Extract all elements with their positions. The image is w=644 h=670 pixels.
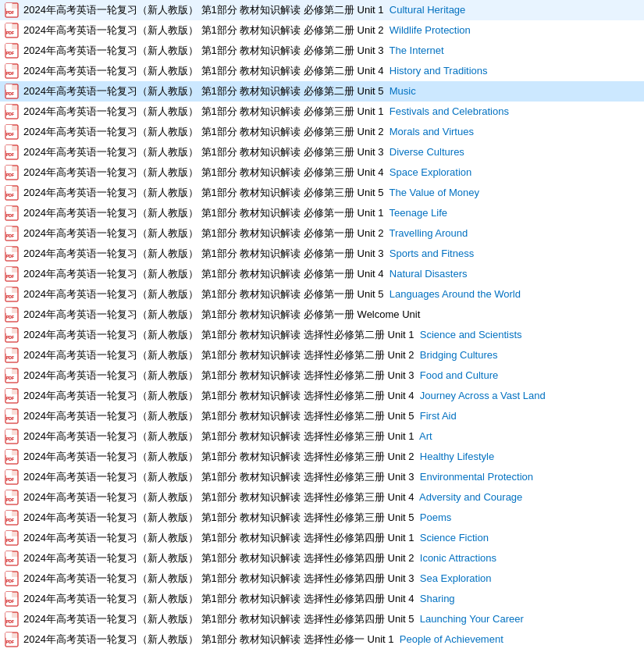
list-item[interactable]: PDF 2024年高考英语一轮复习（新人教版） 第1部分 教材知识解读 选择性必…	[0, 406, 644, 426]
svg-rect-85	[5, 572, 12, 577]
svg-text:PDF: PDF	[6, 640, 14, 644]
svg-rect-94	[5, 633, 12, 638]
item-label: 2024年高考英语一轮复习（新人教版） 第1部分 教材知识解读 选择性必修第四册…	[23, 572, 639, 586]
list-item[interactable]: PDF 2024年高考英语一轮复习（新人教版） 第1部分 教材知识解读 选择性必…	[0, 447, 644, 467]
svg-text:PDF: PDF	[6, 538, 14, 543]
item-label: 2024年高考英语一轮复习（新人教版） 第1部分 教材知识解读 必修第二册 Un…	[23, 23, 639, 37]
item-label: 2024年高考英语一轮复习（新人教版） 第1部分 教材知识解读 选择性必修第二册…	[23, 369, 639, 383]
pdf-icon: PDF	[5, 205, 19, 221]
svg-rect-55	[5, 369, 12, 374]
pdf-icon: PDF	[5, 530, 19, 546]
list-item[interactable]: PDF 2024年高考英语一轮复习（新人教版） 第1部分 教材知识解读 必修第一…	[0, 223, 644, 244]
list-item[interactable]: PDF 2024年高考英语一轮复习（新人教版） 第1部分 教材知识解读 选择性必…	[0, 629, 644, 650]
svg-rect-19	[5, 125, 12, 130]
list-item[interactable]: PDF 2024年高考英语一轮复习（新人教版） 第1部分 教材知识解读 选择性必…	[0, 325, 644, 345]
list-item[interactable]: PDF 2024年高考英语一轮复习（新人教版） 第1部分 教材知识解读 选择性必…	[0, 508, 644, 528]
pdf-icon: PDF	[5, 266, 19, 282]
item-label: 2024年高考英语一轮复习（新人教版） 第1部分 教材知识解读 选择性必修第三册…	[23, 429, 639, 444]
item-label: 2024年高考英语一轮复习（新人教版） 第1部分 教材知识解读 必修第二册 Un…	[23, 44, 639, 58]
pdf-icon: PDF	[5, 429, 19, 444]
item-label: 2024年高考英语一轮复习（新人教版） 第1部分 教材知识解读 选择性必修第四册…	[23, 531, 639, 545]
pdf-icon: PDF	[5, 185, 19, 201]
file-list: PDF 2024年高考英语一轮复习（新人教版） 第1部分 教材知识解读 必修第二…	[0, 0, 644, 650]
item-label: 2024年高考英语一轮复习（新人教版） 第1部分 教材知识解读 选择性必修第三册…	[23, 470, 639, 484]
pdf-icon: PDF	[5, 226, 19, 241]
list-item[interactable]: PDF 2024年高考英语一轮复习（新人教版） 第1部分 教材知识解读 必修第一…	[0, 305, 644, 325]
svg-text:PDF: PDF	[6, 579, 14, 583]
item-label: 2024年高考英语一轮复习（新人教版） 第1部分 教材知识解读 必修第二册 Un…	[23, 64, 639, 78]
svg-text:PDF: PDF	[6, 274, 14, 279]
svg-text:PDF: PDF	[6, 10, 14, 15]
list-item[interactable]: PDF 2024年高考英语一轮复习（新人教版） 第1部分 教材知识解读 必修第一…	[0, 244, 644, 264]
svg-rect-91	[5, 612, 12, 618]
list-item[interactable]: PDF 2024年高考英语一轮复习（新人教版） 第1部分 教材知识解读 选择性必…	[0, 386, 644, 406]
item-label: 2024年高考英语一轮复习（新人教版） 第1部分 教材知识解读 选择性必修第三册…	[23, 490, 639, 504]
list-item[interactable]: PDF 2024年高考英语一轮复习（新人教版） 第1部分 教材知识解读 选择性必…	[0, 487, 644, 508]
svg-text:PDF: PDF	[6, 173, 14, 177]
pdf-icon: PDF	[5, 611, 19, 627]
pdf-icon: PDF	[5, 469, 19, 485]
svg-rect-4	[5, 23, 12, 29]
list-item[interactable]: PDF 2024年高考英语一轮复习（新人教版） 第1部分 教材知识解读 选择性必…	[0, 589, 644, 609]
svg-rect-7	[5, 44, 12, 49]
list-item[interactable]: PDF 2024年高考英语一轮复习（新人教版） 第1部分 教材知识解读 必修第二…	[0, 41, 644, 61]
list-item[interactable]: PDF 2024年高考英语一轮复习（新人教版） 第1部分 教材知识解读 选择性必…	[0, 548, 644, 568]
svg-rect-49	[5, 328, 12, 333]
list-item[interactable]: PDF 2024年高考英语一轮复习（新人教版） 第1部分 教材知识解读 必修第二…	[0, 20, 644, 41]
pdf-icon: PDF	[5, 63, 19, 79]
svg-rect-64	[5, 429, 12, 435]
list-item[interactable]: PDF 2024年高考英语一轮复习（新人教版） 第1部分 教材知识解读 选择性必…	[0, 426, 644, 447]
svg-rect-88	[5, 592, 12, 597]
pdf-icon: PDF	[5, 347, 19, 363]
svg-text:PDF: PDF	[6, 518, 14, 522]
list-item[interactable]: PDF 2024年高考英语一轮复习（新人教版） 第1部分 教材知识解读 选择性必…	[0, 528, 644, 548]
item-label: 2024年高考英语一轮复习（新人教版） 第1部分 教材知识解读 必修第三册 Un…	[23, 145, 639, 159]
item-label: 2024年高考英语一轮复习（新人教版） 第1部分 教材知识解读 必修第三册 Un…	[23, 125, 639, 139]
item-label: 2024年高考英语一轮复习（新人教版） 第1部分 教材知识解读 选择性必修第三册…	[23, 450, 639, 464]
pdf-icon: PDF	[5, 246, 19, 262]
svg-rect-31	[5, 206, 12, 212]
list-item[interactable]: PDF 2024年高考英语一轮复习（新人教版） 第1部分 教材知识解读 必修第三…	[0, 142, 644, 162]
item-label: 2024年高考英语一轮复习（新人教版） 第1部分 教材知识解读 选择性必修第四册…	[23, 592, 639, 606]
pdf-icon: PDF	[5, 124, 19, 140]
svg-rect-34	[5, 226, 12, 232]
svg-rect-37	[5, 247, 12, 252]
list-item[interactable]: PDF 2024年高考英语一轮复习（新人教版） 第1部分 教材知识解读 选择性必…	[0, 609, 644, 629]
list-item[interactable]: PDF 2024年高考英语一轮复习（新人教版） 第1部分 教材知识解读 必修第二…	[0, 81, 644, 102]
list-item[interactable]: PDF 2024年高考英语一轮复习（新人教版） 第1部分 教材知识解读 必修第一…	[0, 203, 644, 223]
svg-text:PDF: PDF	[6, 213, 14, 218]
svg-rect-43	[5, 287, 12, 293]
list-item[interactable]: PDF 2024年高考英语一轮复习（新人教版） 第1部分 教材知识解读 选择性必…	[0, 365, 644, 386]
pdf-icon: PDF	[5, 327, 19, 343]
list-item[interactable]: PDF 2024年高考英语一轮复习（新人教版） 第1部分 教材知识解读 必修第一…	[0, 284, 644, 305]
list-item[interactable]: PDF 2024年高考英语一轮复习（新人教版） 第1部分 教材知识解读 必修第三…	[0, 122, 644, 142]
pdf-icon: PDF	[5, 591, 19, 607]
list-item[interactable]: PDF 2024年高考英语一轮复习（新人教版） 第1部分 教材知识解读 必修第二…	[0, 0, 644, 20]
svg-text:PDF: PDF	[6, 558, 14, 563]
svg-rect-76	[5, 511, 12, 516]
pdf-icon: PDF	[5, 84, 19, 99]
svg-text:PDF: PDF	[6, 457, 14, 462]
svg-text:PDF: PDF	[6, 132, 14, 137]
pdf-icon: PDF	[5, 368, 19, 383]
list-item[interactable]: PDF 2024年高考英语一轮复习（新人教版） 第1部分 教材知识解读 选择性必…	[0, 568, 644, 589]
pdf-icon: PDF	[5, 23, 19, 38]
list-item[interactable]: PDF 2024年高考英语一轮复习（新人教版） 第1部分 教材知识解读 必修第一…	[0, 264, 644, 284]
item-label: 2024年高考英语一轮复习（新人教版） 第1部分 教材知识解读 必修第三册 Un…	[23, 166, 639, 180]
list-item[interactable]: PDF 2024年高考英语一轮复习（新人教版） 第1部分 教材知识解读 必修第三…	[0, 183, 644, 203]
svg-text:PDF: PDF	[6, 254, 14, 258]
list-item[interactable]: PDF 2024年高考英语一轮复习（新人教版） 第1部分 教材知识解读 选择性必…	[0, 345, 644, 365]
svg-text:PDF: PDF	[6, 91, 14, 96]
list-item[interactable]: PDF 2024年高考英语一轮复习（新人教版） 第1部分 教材知识解读 必修第三…	[0, 162, 644, 183]
item-label: 2024年高考英语一轮复习（新人教版） 第1部分 教材知识解读 必修第三册 Un…	[23, 186, 639, 200]
item-label: 2024年高考英语一轮复习（新人教版） 第1部分 教材知识解读 必修第二册 Un…	[23, 3, 639, 17]
item-label: 2024年高考英语一轮复习（新人教版） 第1部分 教材知识解读 必修第一册 Un…	[23, 267, 639, 281]
pdf-icon: PDF	[5, 104, 19, 119]
svg-text:PDF: PDF	[6, 294, 14, 299]
pdf-icon: PDF	[5, 144, 19, 160]
svg-text:PDF: PDF	[6, 416, 14, 421]
list-item[interactable]: PDF 2024年高考英语一轮复习（新人教版） 第1部分 教材知识解读 必修第二…	[0, 61, 644, 81]
list-item[interactable]: PDF 2024年高考英语一轮复习（新人教版） 第1部分 教材知识解读 选择性必…	[0, 467, 644, 487]
item-label: 2024年高考英语一轮复习（新人教版） 第1部分 教材知识解读 必修第一册 Un…	[23, 206, 639, 220]
list-item[interactable]: PDF 2024年高考英语一轮复习（新人教版） 第1部分 教材知识解读 必修第三…	[0, 102, 644, 122]
